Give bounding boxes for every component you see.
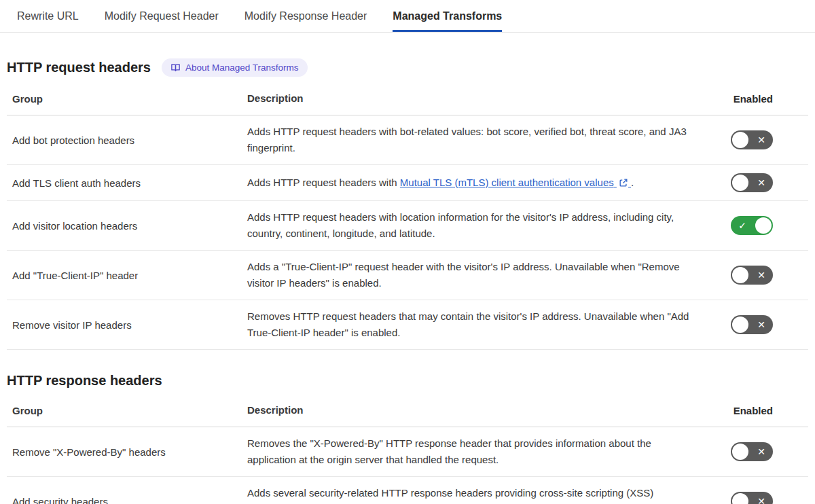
table-row: Add security headers Adds several securi…: [7, 477, 808, 504]
response-table-body: Remove "X-Powered-By" headers Removes th…: [7, 427, 808, 504]
enabled-toggle[interactable]: ✓: [731, 216, 773, 235]
column-header-enabled: Enabled: [734, 405, 803, 416]
toggle-state-icon: ✕: [750, 130, 773, 149]
tab-managed-transforms[interactable]: Managed Transforms: [393, 0, 502, 32]
request-section-header: HTTP request headers About Managed Trans…: [7, 58, 808, 77]
tab-rewrite-url[interactable]: Rewrite URL: [17, 0, 79, 32]
column-header-description: Description: [247, 90, 709, 107]
column-header-group: Group: [12, 93, 247, 105]
toggle-state-icon: ✕: [750, 173, 773, 192]
main-content: HTTP request headers About Managed Trans…: [0, 58, 815, 504]
column-header-description: Description: [247, 402, 709, 418]
toggle-state-icon: ✕: [750, 492, 773, 504]
toggle-state-icon: ✕: [750, 315, 773, 334]
group-cell: Add security headers: [12, 496, 247, 504]
enabled-toggle[interactable]: ✕: [731, 315, 773, 334]
group-cell: Add TLS client auth headers: [12, 177, 247, 189]
group-cell: Add bot protection headers: [12, 134, 247, 146]
response-table-header: Group Description Enabled: [7, 395, 808, 427]
tab-modify-response-header[interactable]: Modify Response Header: [244, 0, 367, 32]
description-cell: Adds a "True-Client-IP" request header w…: [247, 259, 709, 291]
tab-bar: Rewrite URL Modify Request Header Modify…: [0, 0, 815, 33]
group-cell: Remove visitor IP headers: [12, 319, 247, 331]
book-icon: [170, 62, 181, 73]
description-cell: Adds HTTP request headers with Mutual TL…: [247, 175, 709, 191]
tab-modify-request-header[interactable]: Modify Request Header: [105, 0, 219, 32]
table-row: Remove "X-Powered-By" headers Removes th…: [7, 427, 808, 477]
description-cell: Adds several security-related HTTP respo…: [247, 485, 709, 504]
about-badge-label: About Managed Transforms: [185, 62, 299, 73]
enabled-toggle[interactable]: ✕: [731, 266, 773, 285]
table-row: Add bot protection headers Adds HTTP req…: [7, 115, 808, 165]
description-cell: Adds HTTP request headers with bot-relat…: [247, 124, 709, 156]
request-section-title: HTTP request headers: [7, 60, 151, 75]
enabled-toggle[interactable]: ✕: [731, 492, 773, 504]
toggle-knob: [732, 493, 748, 504]
enabled-cell: ✕: [731, 442, 803, 461]
enabled-cell: ✕: [731, 315, 803, 334]
table-row: Add visitor location headers Adds HTTP r…: [7, 201, 808, 251]
enabled-cell: ✕: [731, 173, 803, 192]
request-table-header: Group Description Enabled: [7, 84, 808, 115]
description-cell: Removes HTTP request headers that may co…: [247, 308, 709, 341]
toggle-knob: [732, 317, 748, 333]
response-section-title: HTTP response headers: [7, 373, 162, 389]
toggle-knob: [732, 132, 748, 148]
enabled-cell: ✕: [731, 130, 803, 149]
enabled-cell: ✕: [731, 492, 803, 504]
enabled-toggle[interactable]: ✕: [731, 130, 773, 149]
description-cell: Removes the "X-Powered-By" HTTP response…: [247, 435, 709, 468]
toggle-state-icon: ✓: [731, 216, 754, 235]
about-managed-transforms-badge[interactable]: About Managed Transforms: [162, 58, 308, 77]
enabled-toggle[interactable]: ✕: [731, 442, 773, 461]
column-header-group: Group: [12, 405, 247, 416]
enabled-toggle[interactable]: ✕: [731, 173, 773, 192]
table-row: Remove visitor IP headers Removes HTTP r…: [7, 300, 808, 350]
toggle-knob: [755, 217, 772, 234]
description-link[interactable]: Mutual TLS (mTLS) client authentication …: [400, 177, 631, 188]
table-row: Add "True-Client-IP" header Adds a "True…: [7, 251, 808, 300]
column-header-enabled: Enabled: [734, 93, 803, 105]
toggle-knob: [732, 267, 748, 283]
toggle-state-icon: ✕: [750, 266, 773, 285]
table-row: Add TLS client auth headers Adds HTTP re…: [7, 165, 808, 201]
enabled-cell: ✕: [731, 266, 803, 285]
external-link-icon: [619, 178, 628, 187]
group-cell: Remove "X-Powered-By" headers: [12, 446, 247, 458]
response-section-header: HTTP response headers: [7, 373, 808, 389]
description-cell: Adds HTTP request headers with location …: [247, 209, 709, 242]
toggle-knob: [732, 444, 748, 460]
group-cell: Add visitor location headers: [12, 220, 247, 232]
toggle-knob: [732, 175, 748, 191]
enabled-cell: ✓: [731, 216, 803, 235]
request-table-body: Add bot protection headers Adds HTTP req…: [7, 115, 808, 350]
toggle-state-icon: ✕: [750, 442, 773, 461]
group-cell: Add "True-Client-IP" header: [12, 270, 247, 281]
